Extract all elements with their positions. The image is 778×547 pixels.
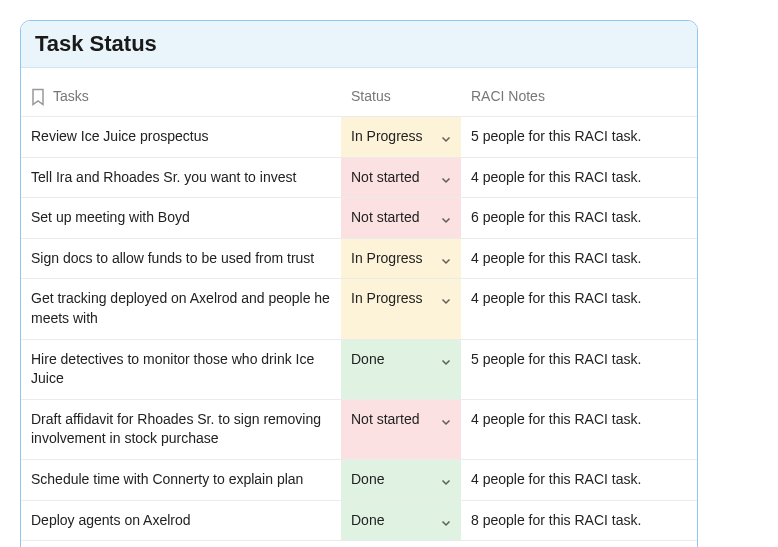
task-text: Draft affidavit for Rhoades Sr. to sign … <box>31 411 321 447</box>
task-text: Sign docs to allow funds to be used from… <box>31 250 314 266</box>
bookmark-icon <box>31 88 45 104</box>
chevron-down-icon <box>441 353 451 373</box>
widget-title: Task Status <box>35 31 683 57</box>
status-label: Not started <box>351 168 451 188</box>
raci-cell[interactable]: 4 people for this RACI task. <box>461 399 697 459</box>
status-cell[interactable]: Not started <box>341 399 461 459</box>
status-label: In Progress <box>351 127 451 147</box>
chevron-down-icon <box>441 473 451 493</box>
column-header-tasks[interactable]: Tasks <box>21 68 341 117</box>
table-row: Schedule time with Connerty to explain p… <box>21 459 697 500</box>
raci-cell[interactable]: 6 people for this RACI task. <box>461 198 697 239</box>
raci-text: 5 people for this RACI task. <box>471 351 641 367</box>
status-label: Done <box>351 350 451 370</box>
raci-text: 4 people for this RACI task. <box>471 250 641 266</box>
table-row: Draft affidavit for Rhoades Sr. to sign … <box>21 399 697 459</box>
task-text: Get tracking deployed on Axelrod and peo… <box>31 290 330 326</box>
task-cell[interactable]: Tell Ira and Rhoades Sr. you want to inv… <box>21 157 341 198</box>
status-label: Done <box>351 470 451 490</box>
status-cell[interactable]: In Progress <box>341 238 461 279</box>
table-row: Get tracking deployed on Axelrod and peo… <box>21 279 697 339</box>
raci-text: 4 people for this RACI task. <box>471 290 641 306</box>
status-cell[interactable]: In Progress <box>341 279 461 339</box>
chevron-down-icon <box>441 130 451 150</box>
table-row: Deploy agents on AxelrodDone8 people for… <box>21 500 697 540</box>
raci-text: 4 people for this RACI task. <box>471 169 641 185</box>
raci-cell[interactable]: 4 people for this RACI task. <box>461 238 697 279</box>
status-label: Not started <box>351 208 451 228</box>
chevron-down-icon <box>441 514 451 534</box>
task-text: Hire detectives to monitor those who dri… <box>31 351 314 387</box>
task-table: Tasks Status RACI Notes Review Ice Juice… <box>21 68 697 540</box>
task-cell[interactable]: Schedule time with Connerty to explain p… <box>21 459 341 500</box>
raci-cell[interactable]: 4 people for this RACI task. <box>461 459 697 500</box>
raci-text: 4 people for this RACI task. <box>471 471 641 487</box>
status-label: In Progress <box>351 289 451 309</box>
task-text: Set up meeting with Boyd <box>31 209 190 225</box>
status-cell[interactable]: In Progress <box>341 117 461 158</box>
task-status-widget: Task Status Tasks Status <box>20 20 698 547</box>
task-text: Tell Ira and Rhoades Sr. you want to inv… <box>31 169 296 185</box>
status-cell[interactable]: Done <box>341 500 461 540</box>
raci-cell[interactable]: 5 people for this RACI task. <box>461 339 697 399</box>
status-cell[interactable]: Done <box>341 459 461 500</box>
task-cell[interactable]: Draft affidavit for Rhoades Sr. to sign … <box>21 399 341 459</box>
column-header-raci-label: RACI Notes <box>471 88 545 104</box>
raci-text: 5 people for this RACI task. <box>471 128 641 144</box>
chevron-down-icon <box>441 413 451 433</box>
task-cell[interactable]: Sign docs to allow funds to be used from… <box>21 238 341 279</box>
column-header-raci[interactable]: RACI Notes <box>461 68 697 117</box>
status-label: In Progress <box>351 249 451 269</box>
status-label: Not started <box>351 410 451 430</box>
column-header-status[interactable]: Status <box>341 68 461 117</box>
status-cell[interactable]: Not started <box>341 157 461 198</box>
chevron-down-icon <box>441 292 451 312</box>
task-cell[interactable]: Set up meeting with Boyd <box>21 198 341 239</box>
table-row: Hire detectives to monitor those who dri… <box>21 339 697 399</box>
raci-cell[interactable]: 5 people for this RACI task. <box>461 117 697 158</box>
task-cell[interactable]: Deploy agents on Axelrod <box>21 500 341 540</box>
chevron-down-icon <box>441 171 451 191</box>
status-cell[interactable]: Not started <box>341 198 461 239</box>
raci-text: 4 people for this RACI task. <box>471 411 641 427</box>
status-label: Done <box>351 511 451 531</box>
chevron-down-icon <box>441 252 451 272</box>
chevron-down-icon <box>441 211 451 231</box>
widget-header: Task Status <box>21 21 697 68</box>
table-row: Tell Ira and Rhoades Sr. you want to inv… <box>21 157 697 198</box>
table-row: Set up meeting with BoydNot started6 peo… <box>21 198 697 239</box>
raci-cell[interactable]: 4 people for this RACI task. <box>461 157 697 198</box>
task-cell[interactable]: Get tracking deployed on Axelrod and peo… <box>21 279 341 339</box>
task-cell[interactable]: Hire detectives to monitor those who dri… <box>21 339 341 399</box>
column-header-status-label: Status <box>351 88 391 104</box>
table-header-row: Tasks Status RACI Notes <box>21 68 697 117</box>
table-row: Review Ice Juice prospectusIn Progress5 … <box>21 117 697 158</box>
task-text: Deploy agents on Axelrod <box>31 512 191 528</box>
raci-text: 8 people for this RACI task. <box>471 512 641 528</box>
task-text: Schedule time with Connerty to explain p… <box>31 471 303 487</box>
raci-text: 6 people for this RACI task. <box>471 209 641 225</box>
raci-cell[interactable]: 8 people for this RACI task. <box>461 500 697 540</box>
task-text: Review Ice Juice prospectus <box>31 128 208 144</box>
task-cell[interactable]: Review Ice Juice prospectus <box>21 117 341 158</box>
column-header-tasks-label: Tasks <box>53 88 89 104</box>
raci-cell[interactable]: 4 people for this RACI task. <box>461 279 697 339</box>
table-row: Sign docs to allow funds to be used from… <box>21 238 697 279</box>
add-row-button[interactable]: + <box>21 540 697 547</box>
status-cell[interactable]: Done <box>341 339 461 399</box>
